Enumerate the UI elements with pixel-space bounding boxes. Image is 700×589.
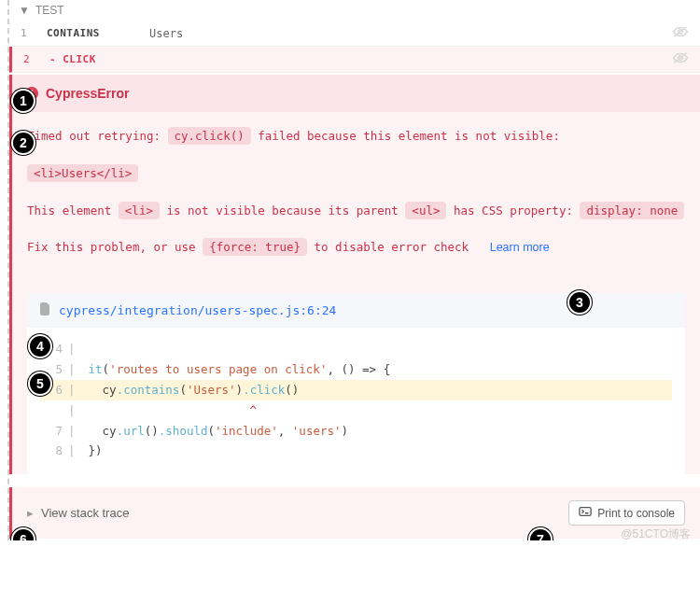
code-content: cy.contains('Users').click() xyxy=(81,380,299,400)
error-text: failed because this element is not visib… xyxy=(258,129,560,143)
code-inline: cy.click() xyxy=(168,127,251,145)
command-arg: Users xyxy=(149,27,183,40)
hidden-icon xyxy=(672,25,689,41)
error-panel: ! CypressError Timed out retrying: cy.cl… xyxy=(9,75,700,474)
annotation-callout-1: 1 xyxy=(11,89,35,113)
command-name: - CLICK xyxy=(49,53,152,65)
error-footer: ▸ View stack trace Print to console xyxy=(9,487,700,539)
code-line: 5| it('routes to users page on click', (… xyxy=(40,359,672,380)
code-caret-line: | ^ xyxy=(40,400,672,421)
annotation-callout-3: 3 xyxy=(567,290,592,315)
code-line: 8| }) xyxy=(40,441,672,461)
chevron-down-icon: ▼ xyxy=(19,4,30,17)
watermark: @51CTO博客 xyxy=(621,526,691,540)
code-line: 4| xyxy=(40,339,672,359)
command-row[interactable]: 1 CONTAINS Users xyxy=(9,21,700,47)
error-type: CypressError xyxy=(46,86,130,101)
file-path: cypress/integration/users-spec.js:6:24 xyxy=(59,303,336,317)
command-name: CONTAINS xyxy=(47,27,149,39)
error-text: is not visible because its parent xyxy=(166,203,405,217)
test-label: TEST xyxy=(35,4,64,17)
annotation-callout-5: 5 xyxy=(28,372,52,396)
code-snippet: 4| 5| it('routes to users page on click'… xyxy=(27,328,685,474)
error-caret: ^ xyxy=(81,400,257,421)
error-fix-line: Fix this problem, or use {force: true} t… xyxy=(27,236,685,259)
code-line: 7| cy.url().should('include', 'users') xyxy=(40,421,672,442)
test-section-header[interactable]: ▼ TEST xyxy=(9,0,700,21)
svg-rect-4 xyxy=(580,508,591,516)
file-icon xyxy=(40,302,51,318)
view-stack-trace-link[interactable]: View stack trace xyxy=(41,506,129,520)
print-label: Print to console xyxy=(597,507,675,520)
code-line-highlighted: 6| cy.contains('Users').click() xyxy=(40,380,672,400)
terminal-icon xyxy=(579,506,592,520)
code-inline: <ul> xyxy=(405,202,446,219)
code-inline: display: none xyxy=(580,202,684,219)
error-text: to disable error check xyxy=(315,240,469,254)
error-message-line2: This element <li> is not visible because… xyxy=(27,200,685,222)
error-message-line1: Timed out retrying: cy.click() failed be… xyxy=(27,125,685,147)
code-inline: {force: true} xyxy=(203,238,307,256)
error-element-html: <li>Users</li> xyxy=(27,162,685,185)
code-content: cy.url().should('include', 'users') xyxy=(81,421,348,442)
error-text: has CSS property: xyxy=(454,203,580,217)
command-number: 2 xyxy=(23,53,49,65)
annotation-callout-2: 2 xyxy=(11,131,35,155)
chevron-right-icon: ▸ xyxy=(27,506,34,520)
command-number: 1 xyxy=(21,27,47,39)
error-text: Fix this problem, or use xyxy=(27,240,203,254)
code-content: it('routes to users page on click', () =… xyxy=(81,359,390,380)
error-title-row: ! CypressError xyxy=(12,75,700,112)
command-row-error[interactable]: 2 - CLICK xyxy=(9,47,700,73)
learn-more-link[interactable]: Learn more xyxy=(490,241,550,254)
annotation-callout-4: 4 xyxy=(28,334,52,358)
error-body: Timed out retrying: cy.click() failed be… xyxy=(12,112,700,287)
hidden-icon xyxy=(672,51,689,67)
code-content: }) xyxy=(81,441,103,461)
code-inline: <li>Users</li> xyxy=(27,164,138,182)
print-to-console-button[interactable]: Print to console xyxy=(568,500,685,526)
code-inline: <li> xyxy=(119,202,160,219)
error-text: Timed out retrying: xyxy=(27,129,168,143)
error-text: This element xyxy=(27,203,119,217)
